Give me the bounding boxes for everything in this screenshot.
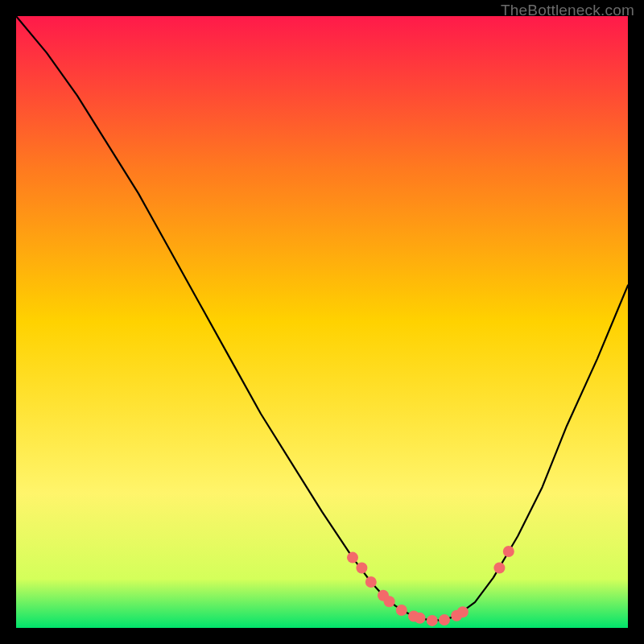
chart-container: TheBottleneck.com [0,0,644,644]
data-marker [439,614,450,625]
data-marker [356,563,367,574]
data-marker [347,552,358,564]
plot-area [16,16,628,628]
data-marker [493,563,505,574]
chart-svg [16,16,628,628]
data-marker [457,606,469,617]
gradient-background [16,16,628,628]
data-marker [384,596,395,607]
data-marker [396,605,407,616]
data-marker [503,546,514,557]
data-marker [415,613,426,624]
data-marker [365,576,377,588]
data-marker [427,615,438,626]
